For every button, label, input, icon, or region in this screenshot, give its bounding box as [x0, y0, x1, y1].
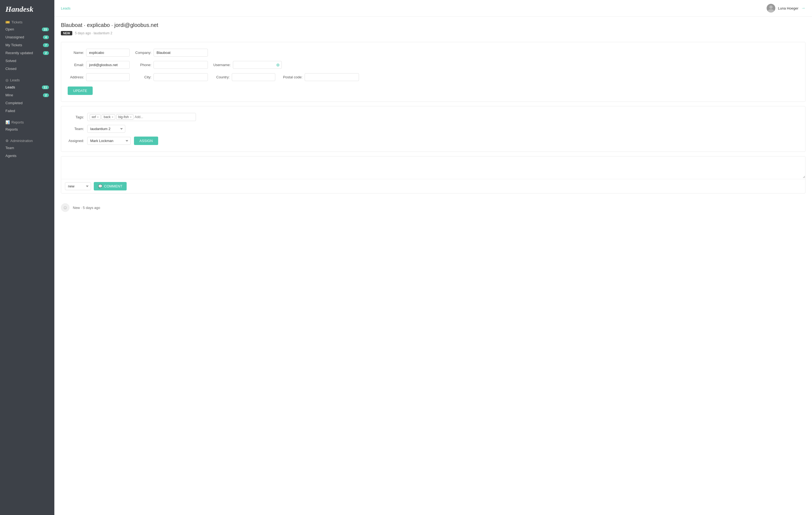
sidebar-item-leads[interactable]: Leads 11	[0, 83, 54, 91]
sidebar-item-failed[interactable]: Failed	[0, 107, 54, 115]
city-label: City:	[135, 75, 151, 79]
tag-big-fish: big-fish ×	[116, 114, 134, 120]
tag-back: back ×	[102, 114, 115, 120]
comment-section: new completed failed 💬 COMMENT	[61, 156, 806, 193]
sidebar-badge-my-tickets: 7	[43, 43, 49, 47]
leads-section-header: ◎ Leads	[0, 75, 54, 83]
sidebar-item-closed[interactable]: Closed	[0, 65, 54, 73]
sidebar-item-my-tickets[interactable]: My Tickets 7	[0, 41, 54, 49]
company-input[interactable]	[153, 49, 208, 57]
username-group: Username: ⊕	[213, 61, 282, 69]
sidebar-badge-recently-updated: 2	[43, 51, 49, 55]
tag-back-remove[interactable]: ×	[112, 115, 113, 118]
username-input[interactable]	[233, 61, 282, 69]
sidebar-item-agents[interactable]: Agents	[0, 152, 54, 160]
main-content: Leads Luna Hoeger → Blauboat · explicabo…	[54, 0, 812, 515]
sidebar-item-team-label: Team	[5, 146, 14, 150]
sidebar-badge-mine: 2	[43, 93, 49, 97]
address-input[interactable]	[86, 73, 129, 81]
sidebar-item-my-tickets-label: My Tickets	[5, 43, 22, 47]
page-body: Blauboat · explicabo · jordi@gloobus.net…	[54, 17, 812, 515]
country-input[interactable]	[232, 73, 275, 81]
sidebar-badge-unassigned: 4	[43, 35, 49, 39]
tag-xef-remove[interactable]: ×	[97, 115, 99, 118]
comment-actions: new completed failed 💬 COMMENT	[61, 179, 805, 193]
name-label: Name:	[68, 51, 84, 55]
activity-section: ☺ New · 5 days ago	[61, 198, 806, 217]
comment-textarea[interactable]	[61, 157, 805, 178]
reports-icon: 📊	[5, 120, 10, 124]
sidebar-item-completed-label: Completed	[5, 101, 23, 105]
gear-icon: ⚙	[5, 139, 9, 143]
sidebar-item-mine[interactable]: Mine 2	[0, 91, 54, 99]
postal-code-input[interactable]	[304, 73, 359, 81]
email-input[interactable]	[86, 61, 129, 69]
tag-xef-text: xef	[92, 115, 96, 119]
tag-back-text: back	[104, 115, 110, 119]
smiley-icon: ☺	[63, 205, 68, 211]
activity-item: ☺ New · 5 days ago	[61, 200, 806, 215]
sidebar-item-team[interactable]: Team	[0, 144, 54, 152]
sidebar-item-mine-label: Mine	[5, 93, 13, 97]
top-header: Leads Luna Hoeger →	[54, 0, 812, 17]
sidebar-item-failed-label: Failed	[5, 109, 15, 113]
phone-input[interactable]	[153, 61, 208, 69]
user-info: Luna Hoeger →	[766, 4, 806, 12]
sidebar-badge-leads: 11	[42, 85, 49, 89]
name-group: Name:	[68, 49, 129, 57]
sidebar-item-completed[interactable]: Completed	[0, 99, 54, 107]
administration-section-header: ⚙ Administration	[0, 136, 54, 144]
sidebar-item-unassigned[interactable]: Unassigned 4	[0, 33, 54, 41]
address-label: Address:	[68, 75, 84, 79]
country-group: Country:	[213, 73, 275, 81]
reports-section-header: 📊 Reports	[0, 117, 54, 126]
leads-icon: ◎	[5, 78, 8, 82]
app-logo: Handesk	[0, 0, 54, 18]
user-name: Luna Hoeger	[778, 6, 799, 10]
logout-icon[interactable]: →	[801, 6, 806, 10]
phone-label: Phone:	[135, 63, 151, 67]
postal-code-label: Postal code:	[281, 75, 302, 79]
activity-text: New · 5 days ago	[73, 206, 100, 210]
sidebar-item-reports[interactable]: Reports	[0, 126, 54, 133]
sidebar-item-open[interactable]: Open 15	[0, 25, 54, 33]
username-action-icon[interactable]: ⊕	[276, 62, 280, 67]
form-row-2: Email: Phone: Username: ⊕	[68, 61, 799, 69]
assign-button[interactable]: ASSIGN	[134, 137, 158, 145]
tickets-icon: 🎫	[5, 20, 10, 24]
svg-point-0	[769, 5, 773, 9]
tickets-section-header: 🎫 Tickets	[0, 18, 54, 25]
team-label: Team:	[68, 127, 84, 131]
tags-add-input[interactable]	[135, 115, 175, 119]
form-row-1: Name: Company:	[68, 49, 799, 57]
team-select[interactable]: laudantium 2	[87, 125, 125, 133]
page-title: Blauboat · explicabo · jordi@gloobus.net	[61, 22, 806, 28]
assigned-select[interactable]: Mark Lockman	[87, 137, 131, 145]
tag-big-fish-remove[interactable]: ×	[130, 115, 132, 118]
assigned-row: Assigned: Mark Lockman ASSIGN	[68, 137, 799, 145]
company-label: Company:	[135, 51, 151, 55]
postal-code-group: Postal code:	[281, 73, 359, 81]
city-input[interactable]	[153, 73, 208, 81]
update-button[interactable]: UPDATE	[68, 86, 93, 95]
sidebar-item-recently-updated-label: Recently updated	[5, 51, 33, 55]
name-input[interactable]	[86, 49, 129, 57]
breadcrumb-leads[interactable]: Leads	[61, 6, 70, 10]
sidebar-item-solved-label: Solved	[5, 59, 16, 63]
status-bar: NEW 5 days ago · laudantium 2	[61, 31, 806, 35]
svg-point-1	[768, 9, 774, 12]
username-wrapper: ⊕	[233, 61, 282, 69]
tags-input-container[interactable]: xef × back × big-fish ×	[87, 113, 196, 121]
comment-button[interactable]: 💬 COMMENT	[94, 182, 127, 190]
sidebar-item-open-label: Open	[5, 27, 14, 31]
city-group: City:	[135, 73, 208, 81]
country-label: Country:	[213, 75, 230, 79]
status-select[interactable]: new completed failed	[65, 182, 91, 190]
activity-avatar: ☺	[61, 203, 69, 212]
tag-big-fish-text: big-fish	[118, 115, 129, 119]
form-row-3: Address: City: Country: Postal code:	[68, 73, 799, 81]
tags-row: Tags: xef × back × big-fish ×	[68, 113, 799, 121]
sidebar-item-recently-updated[interactable]: Recently updated 2	[0, 49, 54, 57]
comment-button-label: COMMENT	[104, 184, 122, 188]
sidebar-item-solved[interactable]: Solved	[0, 57, 54, 65]
